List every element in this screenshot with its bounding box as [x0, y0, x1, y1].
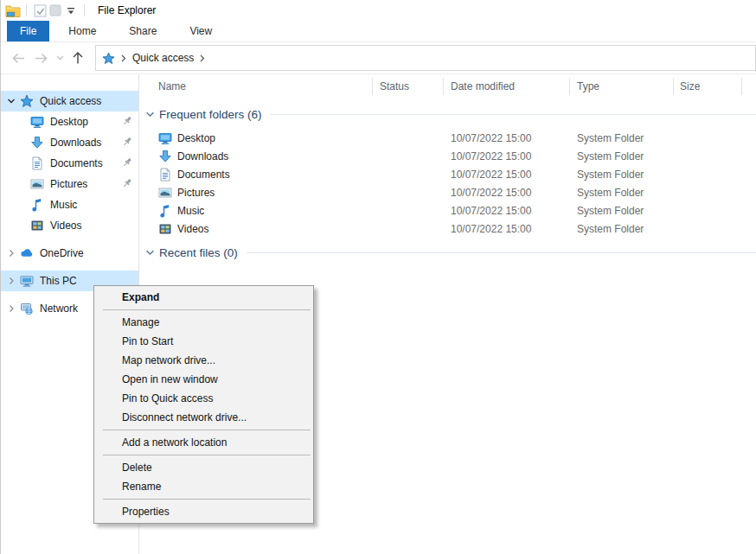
menu-item-rename[interactable]: Rename — [94, 477, 313, 496]
sidebar-item-label: Videos — [50, 220, 81, 232]
group-header-recent-files[interactable]: Recent files (0) — [139, 245, 756, 260]
tab-home[interactable]: Home — [54, 21, 110, 41]
breadcrumb-root[interactable]: Quick access — [132, 52, 194, 64]
desktop-icon — [158, 131, 172, 145]
desktop-icon — [30, 115, 44, 129]
table-row[interactable]: Documents 10/07/2022 15:00 System Folder — [139, 166, 756, 184]
menu-item-open-in-new-window[interactable]: Open in new window — [94, 370, 313, 389]
row-name: Pictures — [177, 187, 215, 199]
sidebar-item-label: Desktop — [50, 116, 88, 128]
menu-separator — [103, 430, 311, 430]
chevron-down-icon[interactable] — [7, 97, 20, 105]
sidebar-item-documents[interactable]: Documents — [1, 153, 138, 174]
documents-icon — [158, 168, 172, 181]
menu-item-delete[interactable]: Delete — [94, 458, 313, 477]
forward-icon[interactable] — [34, 53, 48, 64]
row-date-modified: 10/07/2022 15:00 — [451, 187, 531, 199]
quick-access-star-icon — [20, 94, 34, 108]
column-header-size[interactable]: Size — [680, 80, 700, 92]
menu-item-pin-to-start[interactable]: Pin to Start — [94, 332, 313, 351]
menu-item-pin-to-quick-access[interactable]: Pin to Quick access — [94, 389, 313, 408]
group-header-frequent-folders[interactable]: Frequent folders (6) — [139, 107, 756, 122]
column-headers: Name Status Date modified Type Size — [139, 74, 756, 99]
column-header-name[interactable]: Name — [158, 80, 186, 92]
menu-item-disconnect-network-drive[interactable]: Disconnect network drive... — [94, 408, 313, 427]
sidebar-item-music[interactable]: Music — [1, 194, 138, 215]
tab-file[interactable]: File — [7, 21, 49, 41]
column-header-type[interactable]: Type — [577, 80, 599, 92]
menu-item-add-a-network-location[interactable]: Add a network location — [94, 433, 313, 452]
sidebar-item-downloads[interactable]: Downloads — [1, 132, 138, 153]
row-type: System Folder — [577, 205, 644, 217]
row-name: Desktop — [177, 132, 215, 144]
qat-new-folder-icon[interactable] — [48, 3, 63, 18]
table-row[interactable]: Pictures 10/07/2022 15:00 System Folder — [139, 184, 756, 202]
pictures-icon — [30, 177, 44, 191]
sidebar-item-label: Pictures — [50, 178, 87, 190]
pin-icon — [121, 156, 133, 169]
chevron-right-icon[interactable] — [7, 249, 20, 258]
this-pc-icon — [20, 274, 34, 288]
group-label: Recent files — [159, 246, 221, 259]
address-bar[interactable]: Quick access — [95, 45, 756, 71]
row-type: System Folder — [577, 187, 644, 199]
row-type: System Folder — [577, 169, 644, 181]
chevron-down-icon[interactable] — [145, 248, 155, 258]
titlebar-separator — [84, 4, 85, 16]
sidebar-item-label: Network — [40, 302, 78, 315]
sidebar-item-label: Music — [50, 199, 77, 211]
recent-locations-chevron-icon[interactable] — [56, 55, 64, 60]
table-row[interactable]: Desktop 10/07/2022 15:00 System Folder — [139, 130, 756, 148]
menu-separator — [103, 455, 311, 455]
menu-item-map-network-drive[interactable]: Map network drive... — [94, 351, 313, 370]
column-header-date-modified[interactable]: Date modified — [451, 80, 515, 92]
column-header-status[interactable]: Status — [380, 80, 409, 92]
menu-item-manage[interactable]: Manage — [94, 313, 313, 332]
table-row[interactable]: Downloads 10/07/2022 15:00 System Folder — [139, 148, 756, 166]
back-icon[interactable] — [11, 53, 26, 64]
row-date-modified: 10/07/2022 15:00 — [451, 223, 531, 235]
row-type: System Folder — [577, 223, 644, 235]
chevron-down-icon[interactable] — [145, 110, 155, 119]
music-icon — [158, 204, 172, 218]
file-explorer-window: File Explorer File Home Share View — [0, 0, 756, 554]
column-divider[interactable] — [741, 78, 742, 95]
row-name: Videos — [177, 223, 208, 235]
app-folder-icon — [5, 4, 21, 17]
ribbon-tabstrip: File Home Share View — [1, 21, 756, 42]
menu-item-properties[interactable]: Properties — [94, 502, 313, 521]
column-divider[interactable] — [569, 78, 570, 95]
up-icon[interactable] — [72, 51, 84, 65]
table-row[interactable]: Music 10/07/2022 15:00 System Folder — [139, 202, 756, 220]
sidebar-item-pictures[interactable]: Pictures — [1, 174, 138, 194]
pin-icon — [121, 136, 133, 148]
table-row[interactable]: Videos 10/07/2022 15:00 System Folder — [139, 220, 756, 239]
onedrive-icon — [20, 246, 34, 260]
menu-item-expand[interactable]: Expand — [94, 288, 313, 307]
pin-icon — [121, 115, 133, 127]
row-date-modified: 10/07/2022 15:00 — [451, 169, 531, 181]
tab-share[interactable]: Share — [115, 21, 170, 41]
chevron-right-icon[interactable] — [7, 304, 20, 313]
videos-icon — [30, 219, 44, 232]
chevron-right-icon[interactable] — [7, 277, 20, 285]
qat-customize-dropdown-icon[interactable] — [63, 3, 79, 18]
column-divider[interactable] — [673, 78, 674, 95]
network-icon — [20, 302, 34, 315]
sidebar-item-desktop[interactable]: Desktop — [1, 111, 138, 132]
column-divider[interactable] — [372, 78, 373, 95]
sidebar-item-onedrive[interactable]: OneDrive — [1, 243, 138, 264]
qat-properties-checkmark-icon[interactable] — [32, 3, 48, 18]
sidebar-item-label: Quick access — [40, 95, 101, 107]
tab-view[interactable]: View — [176, 21, 226, 41]
sidebar-item-videos[interactable]: Videos — [1, 215, 138, 236]
sidebar-item-quick-access[interactable]: Quick access — [1, 91, 138, 111]
breadcrumb-chevron-icon[interactable] — [200, 54, 205, 62]
window-title: File Explorer — [98, 4, 156, 16]
documents-icon — [30, 156, 44, 170]
breadcrumb-chevron-icon[interactable] — [121, 54, 126, 62]
column-divider[interactable] — [443, 78, 444, 95]
downloads-icon — [158, 150, 172, 163]
music-icon — [30, 198, 44, 212]
row-name: Music — [177, 205, 204, 217]
